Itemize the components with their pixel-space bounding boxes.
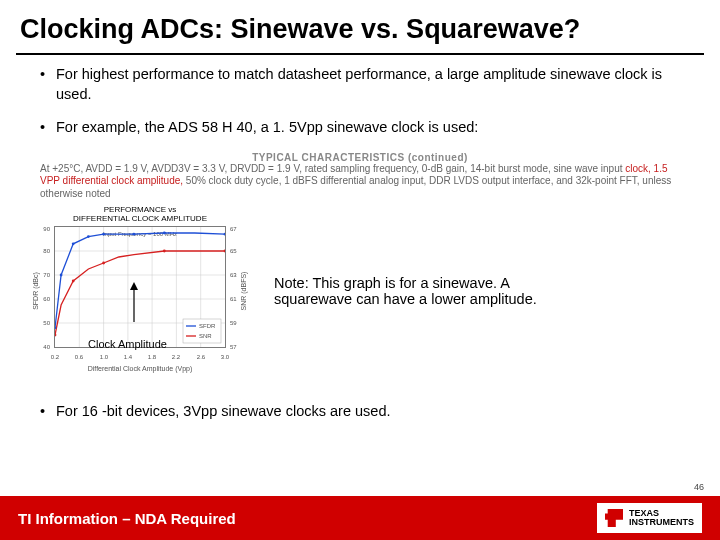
slide-title: Clocking ADCs: Sinewave vs. Squarewave?	[0, 0, 720, 49]
chart-legend: SFDR SNR	[183, 319, 221, 343]
arrow-annotation: Clock Amplitude	[88, 338, 167, 350]
x-ticks: 0.2 0.6 1.0 1.4 1.8 2.2 2.6 3.0	[51, 354, 230, 360]
svg-text:1.4: 1.4	[124, 354, 133, 360]
x-axis-label: Differential Clock Amplitude (Vpp)	[88, 365, 193, 373]
y-left-label: SFDR (dBc)	[32, 272, 40, 310]
body-lower: For 16 -bit devices, 3Vpp sinewave clock…	[0, 386, 720, 422]
svg-point-13	[87, 235, 90, 238]
bullet-1: For highest performance to match datashe…	[40, 65, 680, 104]
page-number: 46	[694, 482, 704, 492]
chart-note: Note: This graph is for a sinewave. A sq…	[274, 275, 574, 307]
svg-text:2.2: 2.2	[172, 354, 181, 360]
svg-text:1.0: 1.0	[100, 354, 109, 360]
legend-sfdr: SFDR	[199, 323, 216, 329]
svg-text:59: 59	[230, 320, 237, 326]
left-ticks: 40 50 60 70 80 90	[43, 226, 50, 350]
datasheet-header: TYPICAL CHARACTERISTICS (continued)	[40, 152, 680, 163]
svg-point-19	[72, 279, 75, 282]
right-ticks: 57 59 61 63 65 67	[230, 226, 237, 350]
ti-logo-text: TEXAS INSTRUMENTS	[629, 509, 694, 527]
svg-text:0.2: 0.2	[51, 354, 60, 360]
arrow-icon	[130, 282, 138, 322]
svg-text:57: 57	[230, 344, 237, 350]
svg-point-11	[60, 273, 63, 276]
bullet-3: For 16 -bit devices, 3Vpp sinewave clock…	[40, 402, 680, 422]
y-right-label: SNR (dBFS)	[240, 271, 248, 310]
bullet-2: For example, the ADS 58 H 40, a 1. 5Vpp …	[40, 118, 680, 138]
svg-point-21	[163, 249, 166, 252]
svg-text:61: 61	[230, 296, 237, 302]
ti-chip-icon	[605, 509, 623, 527]
svg-text:40: 40	[43, 344, 50, 350]
svg-text:65: 65	[230, 248, 237, 254]
svg-text:50: 50	[43, 320, 50, 326]
ti-logo: TEXAS INSTRUMENTS	[597, 503, 702, 533]
slide: Clocking ADCs: Sinewave vs. Squarewave? …	[0, 0, 720, 540]
svg-text:2.6: 2.6	[197, 354, 206, 360]
chart-plot: Input Frequency = 100 MHz	[54, 226, 226, 348]
svg-point-17	[224, 233, 225, 236]
svg-text:90: 90	[43, 226, 50, 232]
chart-row: PERFORMANCE vs DIFFERENTIAL CLOCK AMPLIT…	[30, 206, 720, 376]
svg-text:1.8: 1.8	[148, 354, 157, 360]
legend-snr: SNR	[199, 333, 212, 339]
svg-text:67: 67	[230, 226, 237, 232]
bullet-list: For highest performance to match datashe…	[40, 65, 680, 138]
series-sfdr	[55, 233, 225, 328]
svg-text:70: 70	[43, 272, 50, 278]
svg-text:80: 80	[43, 248, 50, 254]
footer-bar: TI Information – NDA Required TEXAS INST…	[0, 496, 720, 540]
svg-point-14	[102, 233, 105, 236]
svg-point-18	[55, 333, 56, 336]
slide-body: For highest performance to match datashe…	[0, 55, 720, 138]
svg-marker-24	[130, 282, 138, 290]
logo-line2: INSTRUMENTS	[629, 518, 694, 527]
svg-text:3.0: 3.0	[221, 354, 230, 360]
datasheet-conditions: At +25°C, AVDD = 1.9 V, AVDD3V = 3.3 V, …	[40, 163, 680, 201]
markers-sfdr	[55, 231, 225, 329]
chart-svg: Input Frequency = 100 MHz	[55, 227, 225, 347]
svg-text:0.6: 0.6	[75, 354, 84, 360]
cond-pre: At +25°C, AVDD = 1.9 V, AVDD3V = 3.3 V, …	[40, 163, 625, 174]
svg-point-20	[102, 261, 105, 264]
chart-container: PERFORMANCE vs DIFFERENTIAL CLOCK AMPLIT…	[30, 206, 250, 376]
chart-title: PERFORMANCE vs DIFFERENTIAL CLOCK AMPLIT…	[30, 206, 250, 224]
svg-point-22	[224, 249, 225, 252]
datasheet-snippet: TYPICAL CHARACTERISTICS (continued) At +…	[40, 152, 680, 201]
svg-point-16	[163, 231, 166, 234]
svg-point-12	[72, 242, 75, 245]
footer-label: TI Information – NDA Required	[18, 510, 236, 527]
bullet-list-2: For 16 -bit devices, 3Vpp sinewave clock…	[40, 402, 680, 422]
svg-text:63: 63	[230, 272, 237, 278]
svg-text:60: 60	[43, 296, 50, 302]
svg-point-15	[133, 233, 136, 236]
